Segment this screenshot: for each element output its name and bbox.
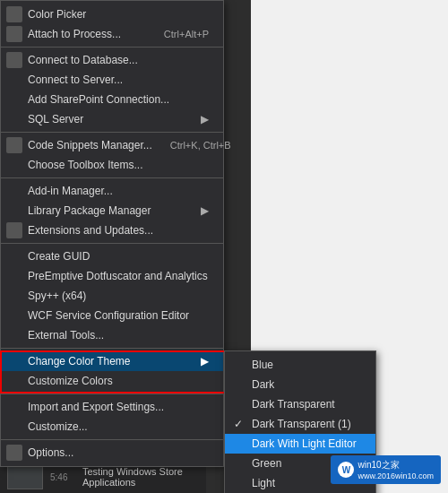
- menu-item-attach-process[interactable]: Attach to Process...Ctrl+Alt+P: [1, 24, 223, 44]
- menu-label-library-pkg: Library Package Manager: [28, 204, 151, 217]
- watermark: W win10之家 www.2016win10.com: [331, 455, 441, 484]
- menu-label-create-guid: Create GUID: [28, 250, 90, 263]
- menu-label-code-snippets: Code Snippets Manager...: [28, 139, 152, 151]
- menu-item-customize[interactable]: Customize...: [1, 417, 223, 437]
- menu-item-change-color[interactable]: Change Color Theme▶: [1, 351, 223, 371]
- menu-separator: [1, 47, 223, 48]
- menu-item-create-guid[interactable]: Create GUID: [1, 246, 223, 266]
- menu-label-external-tools: External Tools...: [28, 329, 104, 342]
- menu-item-extensions[interactable]: Extensions and Updates...: [1, 221, 223, 240]
- code-snippets-icon: [6, 137, 22, 153]
- menu-item-wcf[interactable]: WCF Service Configuration Editor: [1, 306, 223, 325]
- menu-label-attach-process: Attach to Process...: [28, 28, 121, 40]
- menu-item-sql-server[interactable]: SQL Server▶: [1, 109, 223, 129]
- menu-item-addin-manager[interactable]: Add-in Manager...: [1, 181, 223, 201]
- menu-label-import-export: Import and Export Settings...: [28, 401, 164, 413]
- thumb-label: Testing Windows Store Applications: [82, 466, 199, 488]
- submenu-item-dark-transparent[interactable]: Dark Transparent: [225, 394, 375, 414]
- menu-separator: [1, 177, 223, 178]
- menu-item-code-snippets[interactable]: Code Snippets Manager...Ctrl+K, Ctrl+B: [1, 135, 223, 155]
- submenu-item-dark-with-light[interactable]: Dark With Light Editor: [225, 434, 375, 454]
- color-picker-icon: [6, 6, 22, 22]
- submenu-item-dark[interactable]: Dark: [225, 375, 375, 394]
- menu-item-preemptive[interactable]: PreEmptive Dotfuscator and Analytics: [1, 266, 223, 286]
- menu-item-library-pkg[interactable]: Library Package Manager▶: [1, 201, 223, 221]
- menu-separator: [1, 348, 223, 349]
- menu-item-options[interactable]: Options...: [1, 443, 223, 463]
- menu-label-customize-colors: Customize Colors: [28, 375, 113, 387]
- watermark-badge: W win10之家 www.2016win10.com: [331, 455, 441, 484]
- menu-item-choose-toolbox[interactable]: Choose Toolbox Items...: [1, 155, 223, 175]
- options-icon: [6, 445, 22, 461]
- menu-label-choose-toolbox: Choose Toolbox Items...: [28, 159, 143, 171]
- watermark-text: win10之家 www.2016win10.com: [358, 459, 434, 480]
- watermark-icon: W: [338, 462, 354, 478]
- menu-item-customize-colors[interactable]: Customize Colors: [1, 371, 223, 391]
- thumb-time: 5:46: [50, 472, 77, 482]
- menu-item-import-export[interactable]: Import and Export Settings...: [1, 397, 223, 417]
- menu-label-options: Options...: [28, 446, 73, 459]
- shortcut-attach-process: Ctrl+Alt+P: [146, 29, 209, 39]
- shortcut-code-snippets: Ctrl+K, Ctrl+B: [152, 140, 231, 151]
- menu-label-customize: Customize...: [28, 420, 88, 433]
- menu-label-change-color: Change Color Theme: [28, 355, 131, 368]
- menu-label-sql-server: SQL Server: [28, 113, 83, 125]
- menu-label-color-picker: Color Picker: [28, 8, 86, 21]
- menu-label-extensions: Extensions and Updates...: [28, 224, 153, 237]
- menu-separator: [1, 394, 223, 394]
- menu-item-external-tools[interactable]: External Tools...: [1, 325, 223, 345]
- arrow-sql-server: ▶: [192, 113, 209, 125]
- menu-label-addin-manager: Add-in Manager...: [28, 185, 113, 197]
- attach-process-icon: [6, 26, 22, 42]
- arrow-change-color: ▶: [192, 355, 209, 368]
- menu-item-add-sharepoint[interactable]: Add SharePoint Connection...: [1, 90, 223, 109]
- menu-separator: [1, 243, 223, 244]
- menu-label-add-sharepoint: Add SharePoint Connection...: [28, 93, 169, 106]
- menu-item-spy[interactable]: Spy++ (x64): [1, 286, 223, 306]
- arrow-library-pkg: ▶: [192, 204, 209, 217]
- menu-separator: [1, 439, 223, 440]
- menu-label-connect-db: Connect to Database...: [28, 54, 138, 66]
- menu-item-connect-db[interactable]: Connect to Database...: [1, 50, 223, 70]
- submenu-item-dark-transparent-1[interactable]: Dark Transparent (1): [225, 414, 375, 434]
- submenu-item-blue[interactable]: Blue: [225, 355, 375, 375]
- connect-db-icon: [6, 52, 22, 68]
- menu-label-wcf: WCF Service Configuration Editor: [28, 309, 189, 322]
- extensions-icon: [6, 222, 22, 238]
- menu-label-spy: Spy++ (x64): [28, 290, 86, 302]
- thumb-preview: [7, 464, 43, 489]
- context-menu: Color PickerAttach to Process...Ctrl+Alt…: [0, 0, 224, 467]
- menu-label-connect-server: Connect to Server...: [28, 74, 123, 86]
- menu-item-color-picker[interactable]: Color Picker: [1, 4, 223, 24]
- menu-separator: [1, 132, 223, 133]
- menu-item-connect-server[interactable]: Connect to Server...: [1, 70, 223, 90]
- menu-label-preemptive: PreEmptive Dotfuscator and Analytics: [28, 270, 208, 282]
